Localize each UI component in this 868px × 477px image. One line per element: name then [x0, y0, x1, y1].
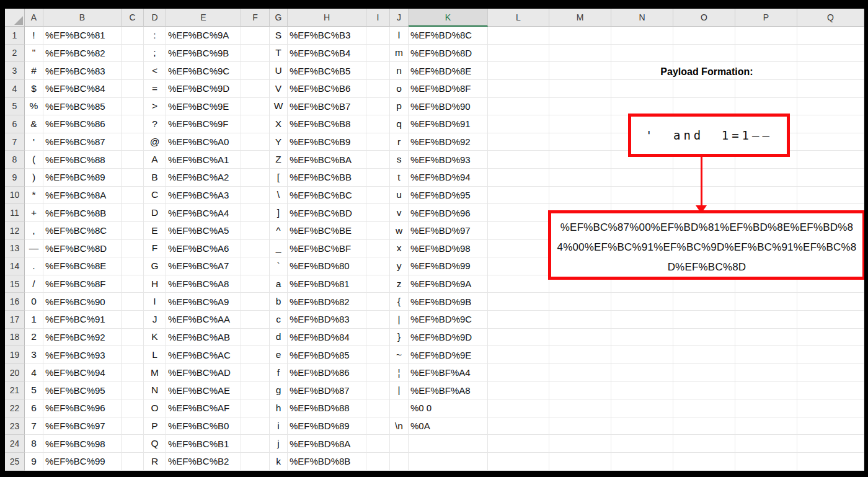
- cell-O16[interactable]: [673, 293, 735, 311]
- cell-C3[interactable]: [122, 62, 144, 80]
- cell-Q23[interactable]: [797, 417, 864, 435]
- cell-N22[interactable]: [611, 399, 673, 417]
- cell-O17[interactable]: [673, 311, 735, 329]
- cell-P14[interactable]: [735, 257, 797, 275]
- cell-D15[interactable]: H: [144, 275, 166, 293]
- cell-J21[interactable]: |: [390, 382, 409, 400]
- cell-O6[interactable]: [673, 115, 735, 133]
- cell-M16[interactable]: [549, 293, 611, 311]
- cell-B15[interactable]: %EF%BC%8F: [43, 275, 122, 293]
- cell-L25[interactable]: [488, 453, 549, 471]
- cell-G5[interactable]: W: [270, 98, 288, 116]
- cell-M15[interactable]: [549, 275, 611, 293]
- cell-D20[interactable]: M: [144, 364, 166, 382]
- cell-O15[interactable]: [673, 275, 735, 293]
- cell-E9[interactable]: %EF%BC%A2: [166, 169, 241, 187]
- cell-E10[interactable]: %EF%BC%A3: [166, 187, 241, 205]
- cell-P23[interactable]: [735, 417, 797, 435]
- cell-Q16[interactable]: [797, 293, 864, 311]
- cell-N16[interactable]: [611, 293, 673, 311]
- cell-K21[interactable]: %EF%BF%A8: [409, 382, 488, 400]
- column-header-J[interactable]: J: [390, 9, 409, 27]
- cell-I10[interactable]: [366, 187, 390, 205]
- cell-E8[interactable]: %EF%BC%A1: [166, 151, 241, 169]
- cell-J3[interactable]: n: [390, 62, 409, 80]
- cell-N25[interactable]: [611, 453, 673, 471]
- cell-K6[interactable]: %EF%BD%91: [409, 115, 488, 133]
- cell-F5[interactable]: [241, 98, 270, 116]
- cell-Q4[interactable]: [797, 80, 864, 98]
- cell-B5[interactable]: %EF%BC%85: [43, 98, 122, 116]
- cell-P6[interactable]: [735, 115, 797, 133]
- cell-G14[interactable]: `: [270, 257, 288, 275]
- cell-G16[interactable]: b: [270, 293, 288, 311]
- cell-A25[interactable]: 9: [25, 453, 43, 471]
- cell-M8[interactable]: [549, 151, 611, 169]
- cell-H3[interactable]: %EF%BC%B5: [288, 62, 366, 80]
- cell-D12[interactable]: E: [144, 222, 166, 240]
- cell-B21[interactable]: %EF%BC%95: [43, 382, 122, 400]
- cell-P8[interactable]: [735, 151, 797, 169]
- cell-Q2[interactable]: [797, 45, 864, 63]
- row-header-19[interactable]: 19: [5, 346, 25, 364]
- cell-M3[interactable]: [549, 62, 611, 80]
- cell-F1[interactable]: [241, 27, 270, 45]
- cell-J6[interactable]: q: [390, 115, 409, 133]
- cell-G12[interactable]: ^: [270, 222, 288, 240]
- cell-K25[interactable]: [409, 453, 488, 471]
- cell-A10[interactable]: *: [25, 187, 43, 205]
- cell-F10[interactable]: [241, 187, 270, 205]
- cell-B18[interactable]: %EF%BC%92: [43, 329, 122, 347]
- cell-H6[interactable]: %EF%BC%B8: [288, 115, 366, 133]
- cell-D3[interactable]: <: [144, 62, 166, 80]
- cell-J9[interactable]: t: [390, 169, 409, 187]
- cell-C24[interactable]: [122, 435, 144, 453]
- cell-F4[interactable]: [241, 80, 270, 98]
- cell-F17[interactable]: [241, 311, 270, 329]
- cell-I16[interactable]: [366, 293, 390, 311]
- cell-F25[interactable]: [241, 453, 270, 471]
- cell-L7[interactable]: [488, 133, 549, 151]
- cell-L20[interactable]: [488, 364, 549, 382]
- cell-L24[interactable]: [488, 435, 549, 453]
- cell-M7[interactable]: [549, 133, 611, 151]
- cell-D9[interactable]: B: [144, 169, 166, 187]
- cell-C12[interactable]: [122, 222, 144, 240]
- cell-P15[interactable]: [735, 275, 797, 293]
- cell-N8[interactable]: [611, 151, 673, 169]
- cell-J10[interactable]: u: [390, 187, 409, 205]
- cell-C1[interactable]: [122, 27, 144, 45]
- cell-L6[interactable]: [488, 115, 549, 133]
- cell-N11[interactable]: [611, 204, 673, 222]
- cell-P2[interactable]: [735, 45, 797, 63]
- row-header-10[interactable]: 10: [5, 187, 25, 205]
- cell-K22[interactable]: %0 0: [409, 399, 488, 417]
- cell-L14[interactable]: [488, 257, 549, 275]
- cell-M4[interactable]: [549, 80, 611, 98]
- cell-F11[interactable]: [241, 204, 270, 222]
- cell-O18[interactable]: [673, 329, 735, 347]
- cell-B12[interactable]: %EF%BC%8C: [43, 222, 122, 240]
- cell-J13[interactable]: x: [390, 240, 409, 258]
- row-header-25[interactable]: 25: [5, 453, 25, 471]
- cell-F14[interactable]: [241, 257, 270, 275]
- cell-E7[interactable]: %EF%BC%A0: [166, 133, 241, 151]
- cell-P12[interactable]: [735, 222, 797, 240]
- cell-M13[interactable]: [549, 240, 611, 258]
- cell-B9[interactable]: %EF%BC%89: [43, 169, 122, 187]
- cell-N7[interactable]: [611, 133, 673, 151]
- cell-G2[interactable]: T: [270, 45, 288, 63]
- cell-M5[interactable]: [549, 98, 611, 116]
- row-header-14[interactable]: 14: [5, 257, 25, 275]
- column-header-E[interactable]: E: [166, 9, 241, 27]
- cell-K23[interactable]: %0A: [409, 417, 488, 435]
- row-header-15[interactable]: 15: [5, 275, 25, 293]
- cell-J7[interactable]: r: [390, 133, 409, 151]
- cell-O9[interactable]: [673, 169, 735, 187]
- cell-A17[interactable]: 1: [25, 311, 43, 329]
- cell-A12[interactable]: ,: [25, 222, 43, 240]
- cell-H24[interactable]: %EF%BD%8A: [288, 435, 366, 453]
- cell-G20[interactable]: f: [270, 364, 288, 382]
- cell-C9[interactable]: [122, 169, 144, 187]
- cell-N13[interactable]: [611, 240, 673, 258]
